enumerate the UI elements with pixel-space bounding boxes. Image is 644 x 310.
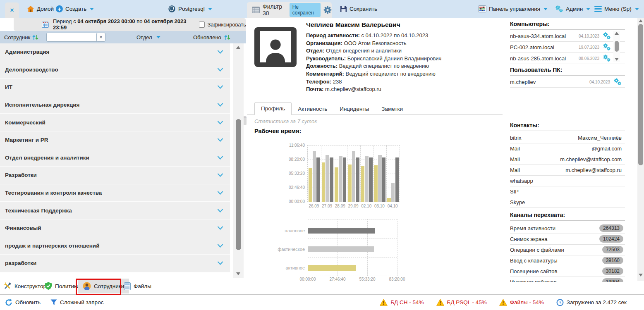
sort-icon[interactable] xyxy=(32,34,38,41)
clear-search-button[interactable]: × xyxy=(96,33,105,42)
tab-files[interactable]: Файлы xyxy=(124,278,151,294)
pc-user-row[interactable]: m.chepliev04.10.2023 xyxy=(510,76,625,88)
updated-column-header[interactable]: Обновлено xyxy=(193,34,221,41)
department-row[interactable]: Маркетинг и PR xyxy=(0,131,230,149)
sort-icon[interactable] xyxy=(224,34,230,41)
gears-icon[interactable] xyxy=(603,32,611,40)
period-from-date[interactable]: 04 октября 2023 00:00 xyxy=(77,18,135,24)
scroll-down-arrow[interactable] xyxy=(236,272,240,275)
status-bar: Обновить Сложный запрос БД СН - 54%БД PS… xyxy=(0,294,644,310)
chart-bar-фактическое xyxy=(313,151,316,202)
channel-row[interactable]: Посещение сайтов30182 xyxy=(510,266,625,277)
contact-type: SIP xyxy=(510,188,519,195)
department-row[interactable]: Администрация xyxy=(0,43,230,61)
scroll-down-arrow[interactable] xyxy=(615,58,619,61)
computers-scrollbar-thumb[interactable] xyxy=(615,41,619,52)
department-row[interactable]: Отдел внедрения и аналитики xyxy=(0,149,230,167)
computers-scrollbar[interactable] xyxy=(613,31,620,62)
contact-row[interactable]: whatsapp xyxy=(510,175,625,186)
fix-period-checkbox[interactable] xyxy=(199,21,205,28)
page-scrollbar-thumb[interactable] xyxy=(638,24,643,165)
scroll-up-arrow[interactable] xyxy=(615,32,619,35)
employee-search-input[interactable] xyxy=(46,33,98,42)
db-warning[interactable]: БД PSQL - 45% xyxy=(436,299,487,306)
channel-name: Снимок экрана xyxy=(510,236,548,242)
panel-splitter-handle[interactable]: :::: xyxy=(244,116,247,125)
tab-инциденты[interactable]: Инциденты xyxy=(333,103,375,115)
gridline xyxy=(334,145,334,202)
department-row[interactable]: разработки xyxy=(0,255,230,272)
chart-bar-активное xyxy=(374,165,378,202)
department-row[interactable]: Исполнительная дирекция xyxy=(0,96,230,114)
contact-row[interactable]: SIP xyxy=(510,186,625,197)
clock-icon xyxy=(556,299,564,306)
db-warning-label: Файлы - 54% xyxy=(510,299,544,305)
tab-активность[interactable]: Активность xyxy=(292,103,333,115)
channel-row[interactable]: Ввод с клавиатуры39160 xyxy=(510,255,625,266)
gears-icon[interactable] xyxy=(603,55,611,62)
contact-row[interactable]: Mailm.chepliev@staffcop.ru xyxy=(510,165,625,176)
control-panel-button[interactable]: Панель управления xyxy=(478,0,548,18)
department-row[interactable]: Разработки xyxy=(0,167,230,184)
chevron-down-icon xyxy=(586,8,590,10)
channel-row[interactable]: Время активности264313 xyxy=(510,223,625,234)
tab-constructor[interactable]: Конструктор xyxy=(3,278,46,294)
contact-row[interactable]: Mail@gmail.com xyxy=(510,143,625,154)
department-row[interactable]: продаж и партнерских отношений xyxy=(0,237,230,255)
tab-заметки[interactable]: Заметки xyxy=(375,103,409,115)
department-row[interactable]: Коммерческий xyxy=(0,114,230,131)
db-warning[interactable]: БД СН - 54% xyxy=(380,299,424,306)
chart-bar-фактическое xyxy=(365,156,369,202)
tab-профиль[interactable]: Профиль xyxy=(254,102,292,115)
home-button[interactable]: Домой xyxy=(27,0,54,18)
department-label: Техническая Поддержка xyxy=(5,207,72,214)
contact-row[interactable]: bitrixМаксим_Чеплиёв xyxy=(510,132,625,143)
employee-column-header[interactable]: Сотрудник xyxy=(4,34,30,41)
scroll-up-arrow[interactable] xyxy=(236,46,240,49)
scroll-up-arrow[interactable] xyxy=(639,19,643,22)
complex-query-label: Сложный запрос xyxy=(60,299,103,305)
profile-field-label: Почта: xyxy=(306,86,325,92)
document-icon xyxy=(124,282,131,290)
contact-row[interactable]: Skype xyxy=(510,197,625,208)
profile-field-label: Руководитель: xyxy=(306,55,347,62)
scroll-down-arrow[interactable] xyxy=(639,274,643,277)
department-label: Финансовый xyxy=(5,225,41,231)
department-row[interactable]: Финансовый xyxy=(0,219,230,237)
refresh-button[interactable]: Обновить xyxy=(5,295,41,310)
department-column-header[interactable]: Отдел xyxy=(136,34,152,41)
filter-tab[interactable]: Фильтр 30 Не сохранен xyxy=(247,2,332,18)
gears-icon[interactable] xyxy=(613,78,622,86)
close-tab-button[interactable]: × xyxy=(5,2,19,18)
tab-policies[interactable]: Политики xyxy=(45,278,80,294)
department-row[interactable]: ИТ xyxy=(0,79,230,96)
db-warning[interactable]: Файлы - 54% xyxy=(499,299,544,306)
database-selector[interactable]: Postgresql xyxy=(168,0,212,18)
department-row[interactable]: Тестирования и контроля качества xyxy=(0,184,230,202)
channel-row[interactable]: Интернет пейджер19904 xyxy=(510,277,625,282)
computer-row[interactable]: nb-asus-285.atom.local08.06.2023 xyxy=(510,53,625,64)
profile-field: Должность: Ведущий специалист по внедрен… xyxy=(306,62,441,70)
tab-employees[interactable]: Сотрудники xyxy=(78,279,129,293)
gears-icon[interactable] xyxy=(603,43,611,51)
profile-tabs: ПрофильАктивностьИнцидентыЗаметки xyxy=(254,101,409,115)
gear-icon[interactable] xyxy=(323,6,332,14)
menu-button[interactable]: Меню (Sp) xyxy=(594,0,639,18)
channel-row[interactable]: Операции с файлами72503 xyxy=(510,244,625,255)
create-button[interactable]: + Создать xyxy=(56,0,94,18)
sidebar-scrollbar-thumb[interactable] xyxy=(236,119,241,250)
chevron-down-icon[interactable] xyxy=(156,36,160,38)
table-icon xyxy=(252,7,260,13)
department-row[interactable]: Техническая Поддержка xyxy=(0,202,230,219)
contact-row[interactable]: Mailm.chepliev@staffcop.com xyxy=(510,154,625,165)
channel-row[interactable]: Снимок экрана102424 xyxy=(510,234,625,245)
complex-query-button[interactable]: Сложный запрос xyxy=(50,295,103,310)
computer-row[interactable]: nb-asus-334.atom.local04.10.2023 xyxy=(510,31,625,42)
last-seen-date: 08.06.2023 xyxy=(579,56,599,61)
department-row[interactable]: Делопроизводство xyxy=(0,61,230,79)
period-bar[interactable]: Период с 04 октября 2023 00:00 по 04 окт… xyxy=(14,18,246,31)
profile-field-value: m.chepliev@staffcop.ru xyxy=(325,86,381,92)
computer-row[interactable]: PC-002.atom.local19.07.2023 xyxy=(510,42,625,53)
save-button[interactable]: Сохранить xyxy=(340,0,377,18)
admin-button[interactable]: Админ xyxy=(555,0,590,18)
